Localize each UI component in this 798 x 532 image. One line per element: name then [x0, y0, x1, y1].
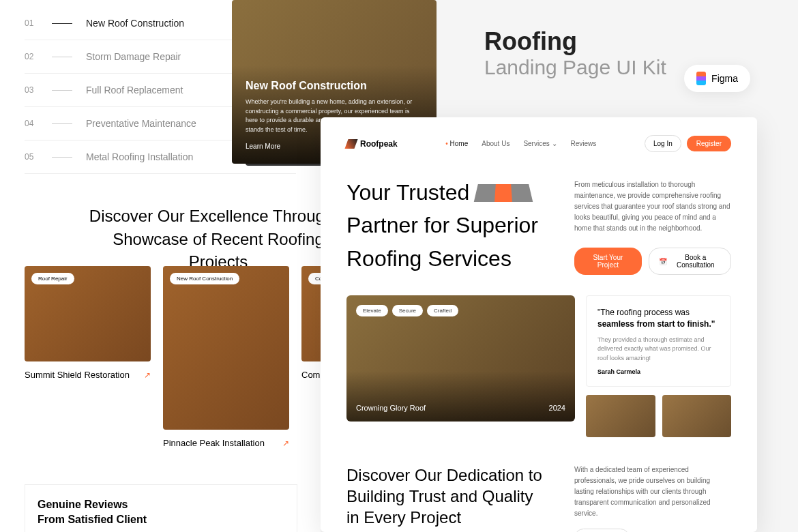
dedication-desc: With a dedicated team of experienced pro… [574, 464, 731, 519]
arrow-icon: ↗ [144, 370, 151, 380]
hero-heading: Your Trusted Partner for Superior Roofin… [346, 179, 547, 271]
logo-icon [344, 139, 357, 149]
dedication-section: Discover Our Dedication to Building Trus… [346, 464, 731, 532]
roof-icon [474, 184, 533, 202]
arrow-icon: ↗ [282, 439, 289, 448]
testimonial-card: "The roofing process was seamless from s… [586, 295, 731, 387]
nav-links: Home About Us Services ⌄ Reviews [445, 140, 596, 147]
project-name: Crowning Glory Roof [356, 404, 426, 412]
thumbnail-image[interactable] [662, 395, 732, 437]
reviews-box: Genuine ReviewsFrom Satisfied Client [25, 484, 297, 532]
nav-about[interactable]: About Us [482, 140, 509, 147]
project-year: 2024 [549, 404, 565, 412]
featured-project-image: Elevate Secure Crafted Crowning Glory Ro… [346, 295, 575, 422]
hero-card-title: New Roof Construction [246, 80, 423, 92]
project-card[interactable]: New Roof Construction Pinnacle Peak Inst… [163, 266, 289, 448]
page-title: Roofing Landing Page UI Kit [484, 27, 666, 79]
chip: Elevate [356, 305, 388, 316]
nav-reviews[interactable]: Reviews [571, 140, 597, 147]
hero-description: From meticulous installation to thorough… [574, 179, 731, 234]
figma-badge[interactable]: Figma [684, 65, 750, 92]
learn-more-button[interactable]: Learn More [574, 529, 630, 532]
reviews-title: Genuine ReviewsFrom Satisfied Client [38, 497, 284, 528]
chevron-down-icon: ⌄ [552, 140, 557, 147]
nav-bar: Roofpeak Home About Us Services ⌄ Review… [346, 135, 731, 152]
showcase-title: Discover Our Excellence Through a Showca… [82, 205, 355, 274]
logo[interactable]: Roofpeak [346, 139, 398, 149]
figma-icon [696, 72, 706, 85]
login-button[interactable]: Log In [645, 135, 681, 152]
thumbnail-image[interactable] [586, 395, 655, 437]
nav-home[interactable]: Home [445, 140, 468, 147]
chip: Secure [392, 305, 423, 316]
hero-section: Your Trusted Partner for Superior Roofin… [346, 179, 731, 275]
calendar-icon: 📅 [659, 258, 667, 265]
dedication-title: Discover Our Dedication to Building Trus… [346, 464, 547, 532]
start-project-button[interactable]: Start Your Project [574, 248, 642, 275]
register-button[interactable]: Register [687, 136, 731, 151]
nav-services[interactable]: Services ⌄ [523, 140, 557, 147]
testimonial-author: Sarah Carmela [597, 368, 720, 375]
chip: Crafted [427, 305, 458, 316]
landing-page-preview: Roofpeak Home About Us Services ⌄ Review… [321, 117, 757, 532]
book-consultation-button[interactable]: 📅Book a Consultation [649, 248, 731, 275]
project-card[interactable]: Roof Repair Summit Shield Restoration↗ [25, 266, 151, 448]
